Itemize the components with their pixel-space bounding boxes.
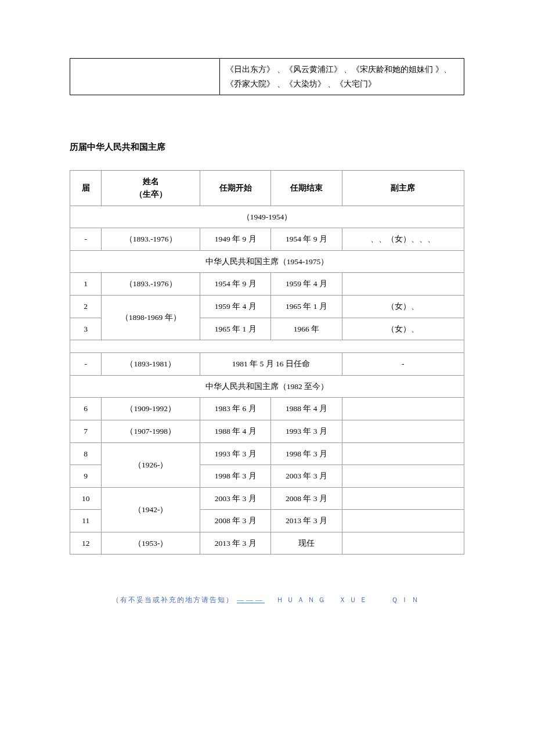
g2-name-span: （1898-1969 年） xyxy=(102,295,200,340)
group2-row2: 2 （1898-1969 年） 1959 年 4 月 1965 年 1 月 （女… xyxy=(70,295,464,318)
g1-term: - xyxy=(70,228,102,251)
group2-row1: 1 （1893.-1976） 1954 年 9 月 1959 年 4 月 xyxy=(70,273,464,296)
g4r12-name: （1953-） xyxy=(102,532,200,555)
header-start: 任期开始 xyxy=(200,171,271,206)
g4r12-term: 12 xyxy=(70,532,102,555)
group1-label: （1949-1954） xyxy=(70,206,464,228)
g2r3-start: 1965 年 1 月 xyxy=(200,318,271,340)
g2r2-term: 2 xyxy=(70,295,102,318)
g2r1-vice xyxy=(342,273,464,296)
g4r8-start: 1993 年 3 月 xyxy=(200,442,271,465)
g3-vice: - xyxy=(342,353,464,376)
g4r9-vice xyxy=(342,465,464,488)
g4r7-term: 7 xyxy=(70,420,102,442)
g2r3-vice: （女）、 xyxy=(342,318,464,340)
g4r7-vice xyxy=(342,420,464,442)
group1-label-row: （1949-1954） xyxy=(70,206,464,228)
footer-underline: ——— xyxy=(237,596,265,604)
g2r1-name: （1893.-1976） xyxy=(102,273,200,296)
header-name-top: 姓名 xyxy=(105,175,196,188)
g2r2-vice: （女）、 xyxy=(342,295,464,318)
g3-name: （1893-1981） xyxy=(102,353,200,376)
g4r6-end: 1988 年 4 月 xyxy=(271,398,342,420)
g4r11-start: 2008 年 3 月 xyxy=(200,510,271,532)
g4r7-name: （1907-1998） xyxy=(102,420,200,442)
g4r6-start: 1983 年 6 月 xyxy=(200,398,271,420)
g3-term: - xyxy=(70,353,102,376)
group3-row: - （1893-1981） 1981 年 5 月 16 日任命 - xyxy=(70,353,464,376)
g1-start: 1949 年 9 月 xyxy=(200,228,271,251)
g4-name-span-1011: （1942-） xyxy=(102,487,200,532)
g4r10-vice xyxy=(342,487,464,510)
section-title: 历届中华人民共和国主席 xyxy=(70,142,464,153)
header-name: 姓名 （生卒） xyxy=(102,171,200,206)
top-fragment-table: 《日出东方》 、《风云黄浦江》 、《宋庆龄和她的姐妹们 》、《乔家大院》 、《大… xyxy=(70,58,464,95)
group4-label: 中华人民共和国主席（1982 至今） xyxy=(70,375,464,398)
g4r8-end: 1998 年 3 月 xyxy=(271,442,342,465)
g4r7-end: 1993 年 3 月 xyxy=(271,420,342,442)
group2-label-row: 中华人民共和国主席（1954-1975） xyxy=(70,250,464,273)
g2r2-start: 1959 年 4 月 xyxy=(200,295,271,318)
g4r10-end: 2008 年 3 月 xyxy=(271,487,342,510)
g4r7-start: 1988 年 4 月 xyxy=(200,420,271,442)
g2r1-start: 1954 年 9 月 xyxy=(200,273,271,296)
group1-row: - （1893.-1976） 1949 年 9 月 1954 年 9 月 、、（… xyxy=(70,228,464,251)
presidents-table: 届 姓名 （生卒） 任期开始 任期结束 副主席 （1949-1954） - （1… xyxy=(70,170,464,555)
header-row: 届 姓名 （生卒） 任期开始 任期结束 副主席 xyxy=(70,171,464,206)
g4r10-term: 10 xyxy=(70,487,102,510)
g4r9-start: 1998 年 3 月 xyxy=(200,465,271,488)
g4r9-term: 9 xyxy=(70,465,102,488)
header-end: 任期结束 xyxy=(271,171,342,206)
g4r6-vice xyxy=(342,398,464,420)
group4-row12: 12 （1953-） 2013 年 3 月 现任 xyxy=(70,532,464,555)
g4r6-name: （1909-1992） xyxy=(102,398,200,420)
g4-name-span-89: （1926-） xyxy=(102,442,200,487)
header-vice: 副主席 xyxy=(342,171,464,206)
g4r8-term: 8 xyxy=(70,442,102,465)
g4r9-end: 2003 年 3 月 xyxy=(271,465,342,488)
g4r11-term: 11 xyxy=(70,510,102,532)
top-right-cell: 《日出东方》 、《风云黄浦江》 、《宋庆龄和她的姐妹们 》、《乔家大院》 、《大… xyxy=(220,59,464,95)
gap-cell xyxy=(70,340,464,353)
header-name-sub: （生卒） xyxy=(105,188,196,201)
g4r6-term: 6 xyxy=(70,398,102,420)
g4r11-end: 2013 年 3 月 xyxy=(271,510,342,532)
g1-name: （1893.-1976） xyxy=(102,228,200,251)
footer-signature: ＨＵＡＮＧ ＸＵＥ ＱＩＮ xyxy=(276,596,422,604)
group4-row8: 8 （1926-） 1993 年 3 月 1998 年 3 月 xyxy=(70,442,464,465)
g2r3-term: 3 xyxy=(70,318,102,340)
g2r2-end: 1965 年 1 月 xyxy=(271,295,342,318)
g4r8-vice xyxy=(342,442,464,465)
g4r12-start: 2013 年 3 月 xyxy=(200,532,271,555)
g4r11-vice xyxy=(342,510,464,532)
group4-row7: 7 （1907-1998） 1988 年 4 月 1993 年 3 月 xyxy=(70,420,464,442)
group2-label: 中华人民共和国主席（1954-1975） xyxy=(70,250,464,273)
g3-mid: 1981 年 5 月 16 日任命 xyxy=(200,353,342,376)
top-left-cell xyxy=(70,59,220,95)
g4r12-end: 现任 xyxy=(271,532,342,555)
header-term: 届 xyxy=(70,171,102,206)
group4-label-row: 中华人民共和国主席（1982 至今） xyxy=(70,375,464,398)
g4r12-vice xyxy=(342,532,464,555)
g2r1-end: 1959 年 4 月 xyxy=(271,273,342,296)
g4r10-start: 2003 年 3 月 xyxy=(200,487,271,510)
group4-row10: 10 （1942-） 2003 年 3 月 2008 年 3 月 xyxy=(70,487,464,510)
g1-vice: 、、（女）、、、 xyxy=(342,228,464,251)
g2r3-end: 1966 年 xyxy=(271,318,342,340)
group4-row6: 6 （1909-1992） 1983 年 6 月 1988 年 4 月 xyxy=(70,398,464,420)
footer-note: （有不妥当或补充的地方请告知） xyxy=(112,596,234,604)
gap-row xyxy=(70,340,464,353)
g2r1-term: 1 xyxy=(70,273,102,296)
footer: （有不妥当或补充的地方请告知） ———ＨＵＡＮＧ ＸＵＥ ＱＩＮ xyxy=(70,595,464,605)
g1-end: 1954 年 9 月 xyxy=(271,228,342,251)
